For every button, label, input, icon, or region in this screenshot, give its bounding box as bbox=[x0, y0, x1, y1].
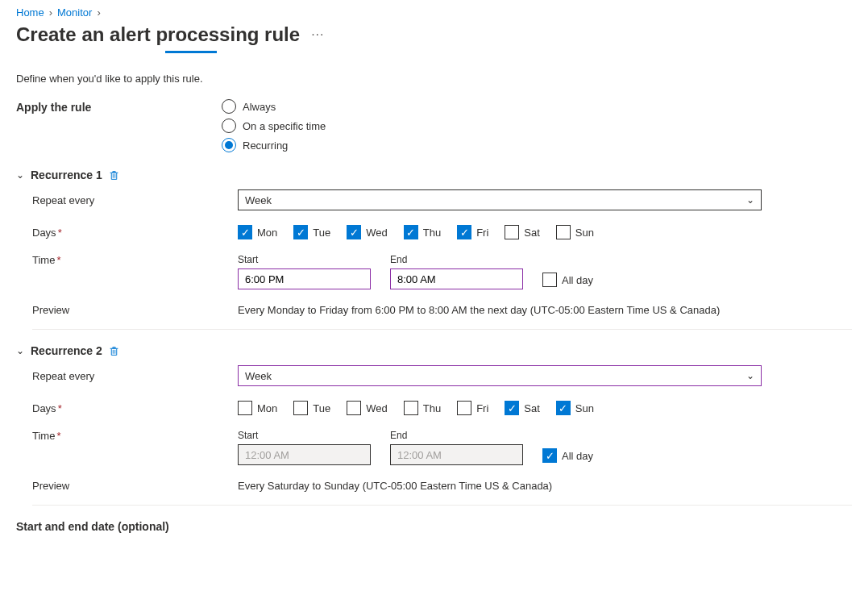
day-checkbox-thu[interactable]: Thu bbox=[404, 401, 441, 415]
checkbox-icon: ✓ bbox=[238, 225, 252, 239]
day-checkbox-mon[interactable]: Mon bbox=[238, 401, 277, 415]
day-label: Tue bbox=[313, 402, 330, 414]
day-label: Thu bbox=[423, 402, 441, 414]
recurrence-2-header[interactable]: ⌄ Recurrence 2 bbox=[16, 344, 852, 357]
day-checkbox-thu[interactable]: ✓Thu bbox=[404, 225, 441, 239]
day-label: Sat bbox=[524, 402, 540, 414]
day-label: Fri bbox=[476, 227, 488, 239]
chevron-down-icon: ⌄ bbox=[746, 370, 754, 381]
delete-icon[interactable] bbox=[109, 170, 119, 181]
preview-text: Every Monday to Friday from 6:00 PM to 8… bbox=[238, 304, 720, 316]
recurrence-2-section: ⌄ Recurrence 2 Repeat every Week ⌄ Days*… bbox=[16, 344, 852, 506]
radio-icon bbox=[222, 119, 236, 133]
checkbox-icon: ✓ bbox=[505, 401, 519, 415]
breadcrumb-monitor[interactable]: Monitor bbox=[57, 6, 92, 19]
day-checkbox-mon[interactable]: ✓Mon bbox=[238, 225, 277, 239]
end-label: End bbox=[390, 254, 523, 265]
day-checkbox-tue[interactable]: ✓Tue bbox=[293, 225, 330, 239]
chevron-down-icon: ⌄ bbox=[16, 345, 24, 356]
recurrence-1-header[interactable]: ⌄ Recurrence 1 bbox=[16, 169, 852, 181]
recurrence-title: Recurrence 2 bbox=[31, 344, 102, 357]
day-label: Sun bbox=[575, 227, 594, 239]
day-checkbox-fri[interactable]: ✓Fri bbox=[457, 225, 488, 239]
start-label: Start bbox=[238, 254, 371, 265]
intro-text: Define when you'd like to apply this rul… bbox=[16, 73, 852, 85]
recurrence-title: Recurrence 1 bbox=[31, 169, 102, 181]
day-label: Wed bbox=[366, 227, 388, 239]
repeat-every-dropdown[interactable]: Week ⌄ bbox=[238, 365, 762, 386]
time-label: Time* bbox=[32, 430, 238, 442]
day-label: Fri bbox=[476, 402, 488, 414]
checkbox-icon bbox=[556, 225, 571, 239]
delete-icon[interactable] bbox=[109, 346, 119, 356]
days-label: Days* bbox=[32, 227, 238, 239]
checkbox-icon: ✓ bbox=[457, 225, 471, 239]
preview-text: Every Saturday to Sunday (UTC-05:00 East… bbox=[238, 480, 552, 492]
radio-recurring[interactable]: Recurring bbox=[222, 138, 326, 152]
day-checkbox-tue[interactable]: Tue bbox=[293, 401, 330, 415]
more-button[interactable]: ··· bbox=[308, 24, 327, 45]
day-label: Sun bbox=[575, 402, 594, 414]
active-tab-indicator bbox=[165, 51, 217, 53]
all-day-checkbox[interactable]: All day bbox=[542, 273, 593, 287]
dropdown-value: Week bbox=[245, 194, 272, 206]
divider bbox=[32, 505, 852, 506]
checkbox-icon: ✓ bbox=[293, 225, 308, 239]
chevron-down-icon: ⌄ bbox=[16, 169, 24, 181]
radio-label: On a specific time bbox=[243, 120, 326, 132]
dropdown-value: Week bbox=[245, 370, 272, 382]
all-day-label: All day bbox=[562, 450, 593, 462]
breadcrumb: Home › Monitor › bbox=[16, 6, 852, 19]
checkbox-icon bbox=[293, 401, 308, 415]
all-day-checkbox[interactable]: ✓ All day bbox=[542, 448, 593, 463]
checkbox-icon: ✓ bbox=[542, 448, 557, 463]
day-label: Tue bbox=[313, 227, 330, 239]
start-time-input bbox=[238, 444, 371, 465]
checkbox-icon bbox=[238, 401, 252, 415]
day-label: Mon bbox=[257, 227, 277, 239]
day-label: Mon bbox=[257, 402, 277, 414]
end-label: End bbox=[390, 430, 523, 441]
day-checkbox-sat[interactable]: Sat bbox=[505, 225, 540, 239]
checkbox-icon: ✓ bbox=[347, 225, 361, 239]
start-label: Start bbox=[238, 430, 371, 441]
recurrence-1-section: ⌄ Recurrence 1 Repeat every Week ⌄ Days*… bbox=[16, 169, 852, 330]
day-label: Thu bbox=[423, 227, 441, 239]
checkbox-icon bbox=[542, 273, 557, 287]
preview-label: Preview bbox=[32, 480, 238, 492]
checkbox-icon: ✓ bbox=[556, 401, 571, 415]
day-checkbox-fri[interactable]: Fri bbox=[457, 401, 488, 415]
start-end-date-section-title: Start and end date (optional) bbox=[16, 520, 852, 533]
checkbox-icon bbox=[347, 401, 361, 415]
days-selector: MonTueWedThuFri✓Sat✓Sun bbox=[238, 401, 594, 415]
checkbox-icon: ✓ bbox=[404, 225, 418, 239]
radio-label: Always bbox=[243, 101, 276, 113]
radio-icon bbox=[222, 138, 236, 152]
radio-always[interactable]: Always bbox=[222, 99, 326, 114]
checkbox-icon bbox=[505, 225, 519, 239]
apply-rule-radio-group: Always On a specific time Recurring bbox=[222, 99, 326, 152]
day-checkbox-wed[interactable]: Wed bbox=[347, 401, 388, 415]
day-checkbox-wed[interactable]: ✓Wed bbox=[347, 225, 388, 239]
time-label: Time* bbox=[32, 254, 238, 266]
day-checkbox-sun[interactable]: ✓Sun bbox=[556, 401, 594, 415]
day-checkbox-sat[interactable]: ✓Sat bbox=[505, 401, 540, 415]
chevron-right-icon: › bbox=[97, 6, 100, 19]
chevron-right-icon: › bbox=[49, 6, 52, 19]
radio-label: Recurring bbox=[243, 139, 288, 152]
day-checkbox-sun[interactable]: Sun bbox=[556, 225, 594, 239]
page-title: Create an alert processing rule bbox=[16, 23, 300, 46]
repeat-every-label: Repeat every bbox=[32, 194, 238, 206]
divider bbox=[32, 329, 852, 330]
all-day-label: All day bbox=[562, 274, 593, 286]
breadcrumb-home[interactable]: Home bbox=[16, 6, 44, 19]
checkbox-icon bbox=[457, 401, 471, 415]
radio-specific-time[interactable]: On a specific time bbox=[222, 119, 326, 133]
end-time-input[interactable] bbox=[390, 268, 523, 289]
repeat-every-dropdown[interactable]: Week ⌄ bbox=[238, 189, 762, 210]
radio-icon bbox=[222, 99, 236, 114]
preview-label: Preview bbox=[32, 304, 238, 316]
checkbox-icon bbox=[404, 401, 418, 415]
day-label: Sat bbox=[524, 227, 540, 239]
start-time-input[interactable] bbox=[238, 268, 371, 289]
